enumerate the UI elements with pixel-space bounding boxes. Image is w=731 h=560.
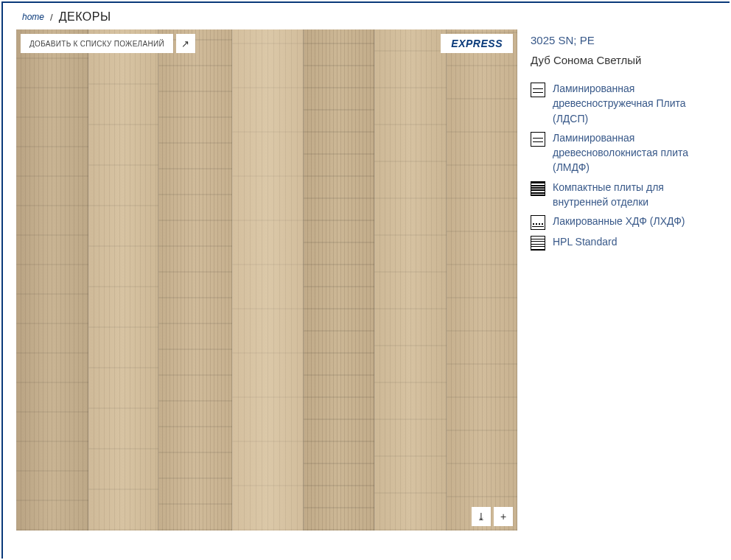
page-frame: home / ДЕКОРЫ ДОБАВИТЬ К СПИСКУ ПОЖЕЛАНИ… [1,1,730,559]
material-list: Ламинированная древесностружечная Плита … [531,81,704,251]
material-icon [531,132,545,147]
add-to-wishlist-button[interactable]: ДОБАВИТЬ К СПИСКУ ПОЖЕЛАНИЙ [21,34,173,53]
product-image: ДОБАВИТЬ К СПИСКУ ПОЖЕЛАНИЙ ↗ EXPRESS ⤓ … [16,29,517,531]
wishlist-open-arrow-button[interactable]: ↗ [176,34,195,53]
material-label: HPL Standard [553,234,617,249]
breadcrumb-separator: / [50,12,53,23]
express-badge: EXPRESS [441,34,513,53]
material-label: Ламинированная древесностружечная Плита … [553,81,704,126]
wishlist-bar: ДОБАВИТЬ К СПИСКУ ПОЖЕЛАНИЙ ↗ [21,34,195,53]
wood-texture [16,29,517,531]
zoom-expand-button[interactable]: + [494,507,513,526]
product-name: Дуб Сонома Светлый [531,54,704,66]
wood-plank [88,29,158,531]
image-controls: ⤓ + [472,507,513,526]
breadcrumb: home / ДЕКОРЫ [16,3,716,29]
material-label: Компактные плиты для внутренней отделки [553,180,704,210]
product-sku: 3025 SN; PE [531,34,704,46]
material-item[interactable]: Лакированные ХДФ (ЛХДФ) [531,214,704,230]
material-item[interactable]: Компактные плиты для внутренней отделки [531,180,704,210]
material-item[interactable]: HPL Standard [531,234,704,251]
wood-plank [374,29,447,531]
breadcrumb-current: ДЕКОРЫ [59,10,111,24]
material-icon [531,236,545,251]
plus-icon: + [500,511,506,522]
express-badge-label: EXPRESS [451,38,503,49]
material-label: Ламинированная древесноволокнистая плита… [553,130,704,175]
download-icon: ⤓ [477,511,486,522]
wood-plank [447,29,517,531]
content-row: ДОБАВИТЬ К СПИСКУ ПОЖЕЛАНИЙ ↗ EXPRESS ⤓ … [16,29,716,531]
product-sidebar: 3025 SN; PE Дуб Сонома Светлый Ламиниров… [531,29,704,531]
arrow-up-right-icon: ↗ [181,38,189,49]
wood-plank [304,29,374,531]
wood-plank [158,29,232,531]
download-button[interactable]: ⤓ [472,507,491,526]
wood-plank [232,29,304,531]
breadcrumb-home-link[interactable]: home [22,12,44,22]
material-icon [531,181,545,196]
material-item[interactable]: Ламинированная древесноволокнистая плита… [531,130,704,175]
wood-plank [16,29,88,531]
material-item[interactable]: Ламинированная древесностружечная Плита … [531,81,704,126]
material-label: Лакированные ХДФ (ЛХДФ) [553,214,685,228]
material-icon [531,215,545,230]
material-icon [531,83,545,97]
